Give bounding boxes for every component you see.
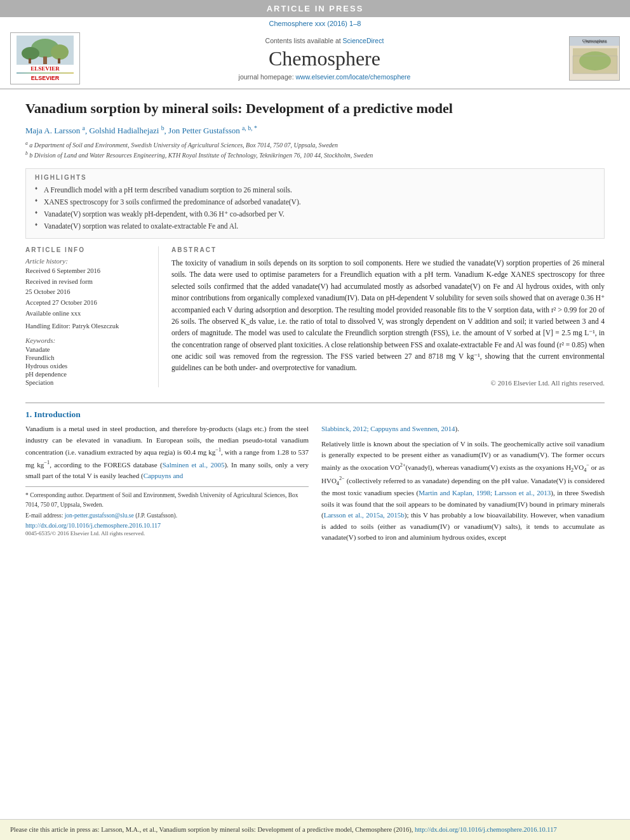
highlights-list: A Freundlich model with a pH term descri…: [35, 185, 595, 231]
affiliation-b: b b Division of Land and Water Resources…: [25, 150, 605, 160]
ref-salminen[interactable]: Salminen et al., 2005: [163, 460, 225, 468]
intro-two-col: Vanadium is a metal used in steel produc…: [25, 423, 605, 547]
highlight-1: A Freundlich model with a pH term descri…: [35, 185, 595, 195]
svg-point-5: [51, 44, 69, 60]
banner-text: ARTICLE IN PRESS: [267, 4, 364, 13]
sciencedirect-link[interactable]: ScienceDirect: [343, 37, 384, 44]
intro-right-para-2: Relatively little is known about the spe…: [321, 439, 605, 543]
footnote-email: E-mail address: jon-petter.gustafsson@sl…: [25, 511, 309, 520]
footnote-area: * Corresponding author. Department of So…: [25, 486, 309, 537]
elsevier-logo: ELSEVIER: [10, 32, 80, 84]
article-info-col: ARTICLE INFO Article history: Received 6…: [25, 246, 159, 387]
homepage-line: journal homepage: www.elsevier.com/locat…: [80, 73, 569, 81]
svg-rect-2: [43, 57, 47, 64]
author-3: Jon Petter Gustafsson a, b, *: [168, 126, 257, 135]
elsevier-wordmark: ELSEVIER: [31, 75, 60, 81]
article-info-title: ARTICLE INFO: [25, 246, 149, 253]
journal-header: Chemosphere xxx (2016) 1–8: [0, 17, 630, 90]
journal-thumbnail: Chemosphere: [569, 36, 620, 81]
keyword-2: Freundlich: [25, 354, 149, 361]
elsevier-logo-image: [17, 36, 74, 74]
svg-rect-4: [29, 58, 31, 63]
footnote-corresponding: * Corresponding author. Department of So…: [25, 491, 309, 509]
ref-cappuyns[interactable]: Cappuyns and: [144, 472, 184, 479]
contents-line: Contents lists available at ScienceDirec…: [80, 37, 569, 44]
article-content: Vanadium sorption by mineral soils: Deve…: [0, 90, 630, 819]
copyright: © 2016 Elsevier Ltd. All rights reserved…: [171, 379, 605, 387]
affiliation-a: a a Department of Soil and Environment, …: [25, 140, 605, 150]
intro-heading: 1. Introduction: [25, 410, 605, 420]
ref-larsson-2015[interactable]: Larsson et al., 2015a, 2015b: [324, 511, 405, 519]
keyword-4: pH dependence: [25, 371, 149, 378]
abstract-title: ABSTRACT: [171, 246, 605, 253]
svg-point-11: [579, 51, 611, 70]
issn-line: 0045-6535/© 2016 Elsevier Ltd. All right…: [25, 530, 309, 537]
keyword-3: Hydrous oxides: [25, 363, 149, 370]
article-in-press-banner: ARTICLE IN PRESS: [0, 0, 630, 17]
highlight-2: XANES spectroscopy for 3 soils confirmed…: [35, 197, 595, 207]
affiliations: a a Department of Soil and Environment, …: [25, 140, 605, 161]
abstract-text: The toxicity of vanadium in soils depend…: [171, 257, 605, 374]
ref-martin-kaplan[interactable]: Martin and Kaplan, 1998; Larsson et al.,…: [419, 489, 551, 497]
keyword-5: Speciation: [25, 379, 149, 386]
history-received: Received 6 September 2016: [25, 267, 149, 276]
history-revised-label: Received in revised form: [25, 277, 149, 287]
citation-line: Chemosphere xxx (2016) 1–8: [0, 17, 630, 29]
authors-line: Maja A. Larsson a, Golshid Hadialhejazi …: [25, 124, 605, 136]
highlight-4: Vanadate(V) sorption was related to oxal…: [35, 221, 595, 231]
handling-editor: Handling Editor: Patryk Oleszczuk: [25, 322, 149, 331]
highlight-3: Vanadate(V) sorption was weakly pH-depen…: [35, 209, 595, 219]
journal-name: Chemosphere: [80, 47, 569, 70]
intro-left-col: Vanadium is a metal used in steel produc…: [25, 423, 309, 547]
abstract-col: ABSTRACT The toxicity of vanadium in soi…: [171, 246, 605, 387]
email-link[interactable]: jon-petter.gustafsson@slu.se: [65, 512, 134, 519]
doi-link[interactable]: http://dx.doi.org/10.1016/j.chemosphere.…: [25, 522, 309, 529]
citation-doi[interactable]: http://dx.doi.org/10.1016/j.chemosphere.…: [415, 826, 557, 833]
keywords-title: Keywords:: [25, 337, 149, 344]
svg-text:Chemosphere: Chemosphere: [583, 40, 607, 44]
page: ARTICLE IN PRESS Chemosphere xxx (2016) …: [0, 0, 630, 840]
highlights-section: HIGHLIGHTS A Freundlich model with a pH …: [25, 168, 605, 239]
journal-main-row: ELSEVIER Contents lists available at Sci…: [0, 29, 630, 88]
highlights-title: HIGHLIGHTS: [35, 174, 595, 181]
intro-right-col: Slabbinck, 2012; Cappuyns and Swennen, 2…: [321, 423, 605, 547]
article-history-label: Article history:: [25, 257, 149, 265]
intro-left-para: Vanadium is a metal used in steel produc…: [25, 423, 309, 481]
author-2: Golshid Hadialhejazi b: [89, 126, 164, 135]
svg-point-3: [22, 47, 39, 60]
history-accepted: Accepted 27 October 2016: [25, 298, 149, 308]
article-info-abstract-row: ARTICLE INFO Article history: Received 6…: [25, 246, 605, 387]
journal-title-center: Contents lists available at ScienceDirec…: [80, 32, 569, 86]
author-1: Maja A. Larsson a: [25, 126, 85, 135]
article-title: Vanadium sorption by mineral soils: Deve…: [25, 100, 605, 118]
ref-slabbinck[interactable]: Slabbinck, 2012; Cappuyns and Swennen, 2…: [321, 425, 455, 432]
keyword-1: Vanadate: [25, 346, 149, 353]
homepage-url[interactable]: www.elsevier.com/locate/chemosphere: [295, 73, 410, 81]
history-revised-date: 25 October 2016: [25, 288, 149, 297]
history-online: Available online xxx: [25, 309, 149, 319]
svg-rect-8: [570, 37, 620, 46]
svg-rect-6: [58, 58, 60, 63]
citation-bar: Please cite this article in press as: La…: [0, 819, 630, 840]
section-divider: [25, 403, 605, 403]
intro-right-para-1: Slabbinck, 2012; Cappuyns and Swennen, 2…: [321, 423, 605, 435]
